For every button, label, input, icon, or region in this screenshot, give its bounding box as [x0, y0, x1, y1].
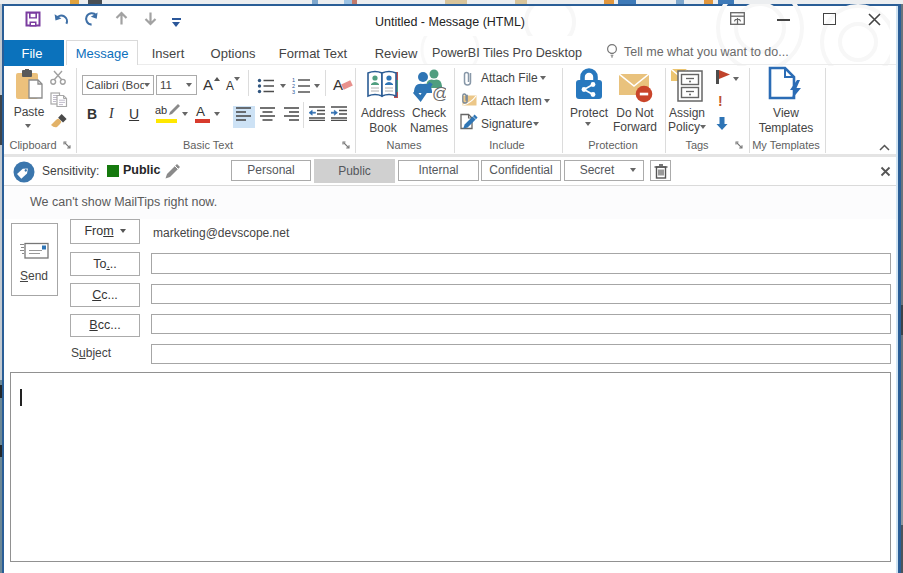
svg-text:@: @ [432, 84, 446, 102]
svg-text:3: 3 [292, 89, 295, 95]
